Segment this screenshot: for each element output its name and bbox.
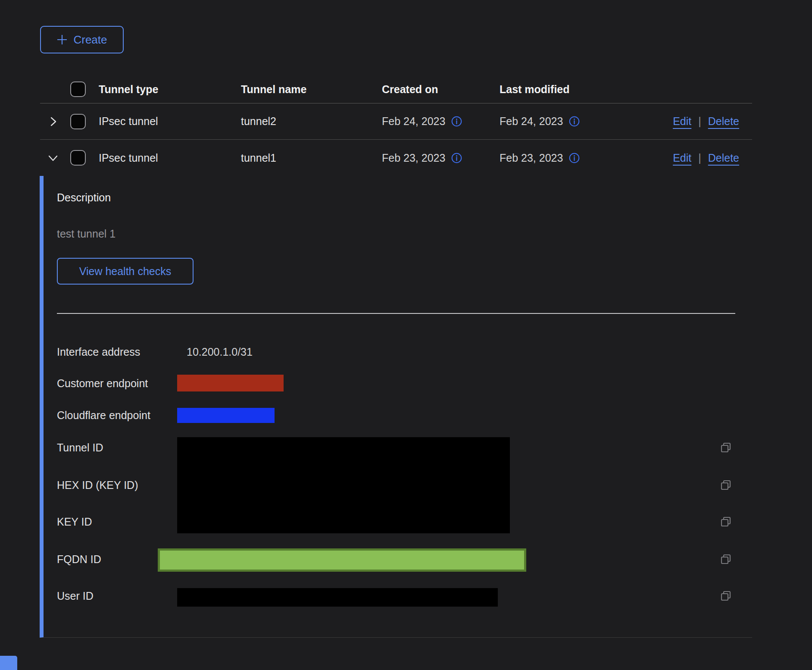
table-row: IPsec tunnel tunnel2 Feb 24, 2023 Feb 24… bbox=[40, 103, 752, 140]
interface-address-label: Interface address bbox=[57, 345, 140, 358]
edit-link[interactable]: Edit bbox=[673, 115, 691, 128]
expand-row-chevron-right-icon[interactable] bbox=[46, 114, 60, 129]
copy-user-id-icon[interactable] bbox=[720, 590, 732, 602]
user-id-label: User ID bbox=[57, 589, 94, 602]
actions-separator: | bbox=[698, 115, 701, 128]
fqdn-id-redaction bbox=[158, 548, 526, 572]
tunnel-detail-panel: Description test tunnel 1 View health ch… bbox=[40, 176, 752, 638]
delete-link[interactable]: Delete bbox=[708, 115, 739, 128]
copy-tunnel-id-icon[interactable] bbox=[720, 441, 732, 454]
tunnel-id-label: Tunnel ID bbox=[57, 441, 103, 454]
created-on-cell: Feb 24, 2023 bbox=[382, 115, 445, 128]
column-header-last-modified: Last modified bbox=[500, 83, 637, 96]
plus-icon bbox=[56, 34, 68, 45]
column-header-tunnel-type: Tunnel type bbox=[99, 83, 241, 96]
interface-address-value: 10.200.1.0/31 bbox=[187, 345, 253, 358]
table-header-row: Tunnel type Tunnel name Created on Last … bbox=[40, 75, 752, 103]
tunnels-table: Tunnel type Tunnel name Created on Last … bbox=[40, 75, 752, 176]
tunnel-name-cell: tunnel1 bbox=[241, 152, 382, 164]
select-all-checkbox[interactable] bbox=[70, 81, 86, 97]
fqdn-id-label: FQDN ID bbox=[57, 553, 101, 566]
tunnel-type-cell: IPsec tunnel bbox=[99, 152, 241, 164]
last-modified-cell: Feb 24, 2023 bbox=[500, 115, 563, 128]
table-row-expanded: IPsec tunnel tunnel1 Feb 23, 2023 Feb 23… bbox=[40, 140, 752, 176]
tunnel-type-cell: IPsec tunnel bbox=[99, 115, 241, 128]
column-header-created-on: Created on bbox=[382, 83, 500, 96]
user-id-redaction bbox=[177, 588, 498, 607]
tunnel-name-cell: tunnel2 bbox=[241, 115, 382, 128]
cloudflare-endpoint-redaction bbox=[177, 408, 275, 423]
copy-hex-id-icon[interactable] bbox=[720, 479, 732, 492]
tunnels-page: { "page": { "background": "#1d1d1f" }, "… bbox=[0, 0, 812, 670]
info-icon[interactable] bbox=[569, 153, 580, 163]
customer-endpoint-redaction bbox=[177, 375, 284, 391]
delete-link[interactable]: Delete bbox=[708, 152, 739, 164]
cloudflare-endpoint-label: Cloudflare endpoint bbox=[57, 409, 150, 422]
info-icon[interactable] bbox=[451, 153, 462, 163]
copy-key-id-icon[interactable] bbox=[720, 516, 732, 528]
edit-link[interactable]: Edit bbox=[673, 152, 691, 164]
actions-separator: | bbox=[698, 152, 701, 164]
created-on-cell: Feb 23, 2023 bbox=[382, 152, 445, 164]
hex-id-label: HEX ID (KEY ID) bbox=[57, 479, 138, 492]
panel-divider bbox=[57, 313, 735, 314]
row-checkbox[interactable] bbox=[70, 114, 86, 129]
info-icon[interactable] bbox=[451, 116, 462, 127]
column-header-tunnel-name: Tunnel name bbox=[241, 83, 382, 96]
create-button-label: Create bbox=[73, 33, 107, 47]
bottom-left-blue-fragment bbox=[0, 656, 17, 670]
description-label: Description bbox=[57, 191, 111, 204]
info-icon[interactable] bbox=[569, 116, 580, 127]
view-health-checks-button[interactable]: View health checks bbox=[57, 258, 194, 285]
ids-redaction bbox=[177, 437, 510, 533]
description-value: test tunnel 1 bbox=[57, 228, 116, 240]
customer-endpoint-label: Customer endpoint bbox=[57, 377, 148, 390]
copy-fqdn-id-icon[interactable] bbox=[720, 553, 732, 566]
create-button[interactable]: Create bbox=[40, 26, 124, 53]
collapse-row-chevron-down-icon[interactable] bbox=[46, 150, 60, 165]
row-checkbox[interactable] bbox=[70, 150, 86, 166]
key-id-label: KEY ID bbox=[57, 515, 92, 528]
last-modified-cell: Feb 23, 2023 bbox=[500, 152, 563, 164]
